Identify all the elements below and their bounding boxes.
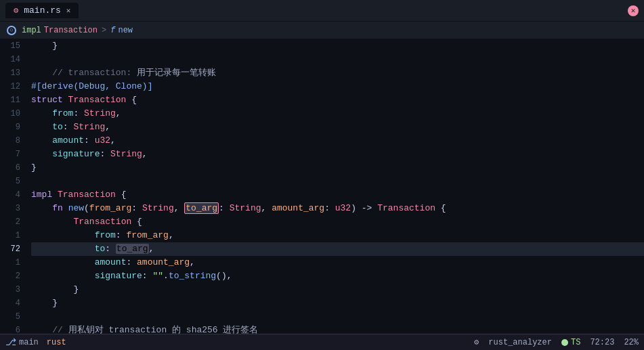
- ln-4: 4: [4, 188, 20, 202]
- code-line-6b: }: [31, 161, 644, 175]
- branch-name: main: [19, 338, 39, 347]
- settings-icon[interactable]: ⚙: [474, 337, 479, 347]
- file-tab[interactable]: ⚙ main.rs ✕: [5, 3, 79, 18]
- code-line-13: // transaction: 用于记录每一笔转账: [31, 66, 644, 80]
- ln-6b: 6: [4, 161, 20, 175]
- rust-analyzer-status: rust_analyzer: [488, 338, 552, 347]
- breadcrumb-fn-name: new: [118, 26, 133, 35]
- tab-close-button[interactable]: ✕: [66, 6, 71, 15]
- ts-circle-icon: [561, 339, 568, 346]
- breadcrumb-icon: ○: [7, 26, 16, 35]
- code-line-2b: signature: "".to_string(),: [31, 269, 644, 283]
- ln-10: 10: [4, 107, 20, 121]
- breadcrumb-sep1: >: [102, 26, 106, 35]
- ln-5b: 5: [4, 310, 20, 324]
- breadcrumb-bar: ○ impl Transaction > f new: [0, 22, 644, 39]
- code-line-1b: amount: amount_arg,: [31, 256, 644, 269]
- ln-3b: 3: [4, 283, 20, 297]
- ln-2b: 2: [4, 269, 20, 283]
- code-line-10: from: String,: [31, 107, 644, 121]
- tab-filename: main.rs: [24, 5, 61, 16]
- ln-15: 15: [4, 39, 20, 53]
- language-indicator[interactable]: rust: [47, 338, 66, 347]
- code-line-1: from: from_arg,: [31, 229, 644, 242]
- code-line-14: [31, 53, 644, 66]
- code-line-7: signature: String,: [31, 148, 644, 161]
- ln-4b: 4: [4, 297, 20, 310]
- ln-5: 5: [4, 175, 20, 188]
- code-line-2: Transaction {: [31, 215, 644, 229]
- zoom-level: 22%: [624, 338, 639, 347]
- rust-label: rust: [47, 338, 66, 347]
- breadcrumb-impl: impl: [22, 26, 41, 35]
- code-line-5b: [31, 310, 644, 324]
- window-close-button[interactable]: ✕: [628, 5, 639, 16]
- ln-72: 72: [4, 242, 20, 256]
- code-line-72: to: to_arg,: [31, 242, 644, 256]
- code-line-12: #[derive(Debug, Clone)]: [31, 80, 644, 93]
- ln-7: 7: [4, 148, 20, 161]
- code-line-11: struct Transaction {: [31, 93, 644, 107]
- ln-13: 13: [4, 66, 20, 80]
- code-line-8: amount: u32,: [31, 134, 644, 148]
- status-bar: ⎇ main rust ⚙ rust_analyzer TS 72:23 22%: [0, 334, 644, 350]
- code-line-3: fn new(from_arg: String, to_arg: String,…: [31, 202, 644, 215]
- code-line-5: [31, 175, 644, 188]
- breadcrumb-fn-keyword: f: [110, 26, 115, 35]
- ln-1: 1: [4, 229, 20, 242]
- ln-14: 14: [4, 53, 20, 66]
- code-line-6: // 用私钥对 transaction 的 sha256 进行签名: [31, 324, 644, 334]
- code-line-4b: }: [31, 297, 644, 310]
- cursor-position: 72:23: [590, 338, 614, 347]
- ln-8: 8: [4, 134, 20, 148]
- ln-6: 6: [4, 324, 20, 334]
- ln-2: 2: [4, 215, 20, 229]
- breadcrumb-struct: Transaction: [44, 26, 98, 35]
- line-numbers: 15 14 13 12 11 10 9 8 7 6 5 4 3 2 1 72 1…: [0, 39, 28, 334]
- analyzer-label: rust_analyzer: [488, 338, 552, 347]
- title-bar: ⚙ main.rs ✕ ✕: [0, 0, 644, 22]
- ln-1b: 1: [4, 256, 20, 269]
- ln-12: 12: [4, 80, 20, 93]
- git-branch[interactable]: ⎇ main: [5, 336, 39, 348]
- ln-3: 3: [4, 202, 20, 215]
- ts-label: TS: [571, 338, 580, 347]
- code-content[interactable]: } // transaction: 用于记录每一笔转账 #[derive(Deb…: [28, 39, 644, 334]
- branch-icon: ⎇: [5, 336, 16, 348]
- editor-area: 15 14 13 12 11 10 9 8 7 6 5 4 3 2 1 72 1…: [0, 39, 644, 334]
- code-line-3b: }: [31, 283, 644, 297]
- rust-file-icon: ⚙: [14, 5, 18, 16]
- ts-status: TS: [561, 338, 580, 347]
- code-line-15: }: [31, 39, 644, 53]
- ln-9: 9: [4, 121, 20, 134]
- status-right-group: ⚙ rust_analyzer TS 72:23 22%: [474, 337, 639, 347]
- code-line-9: to: String,: [31, 121, 644, 134]
- ln-11: 11: [4, 93, 20, 107]
- code-line-4: impl Transaction {: [31, 188, 644, 202]
